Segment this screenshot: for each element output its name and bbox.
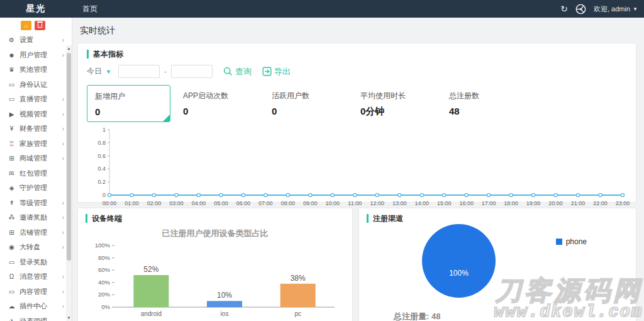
- svg-text:0.2: 0.2: [97, 179, 106, 185]
- shield-icon: ◈: [7, 184, 16, 191]
- query-label: 查询: [235, 66, 252, 77]
- svg-text:10:00: 10:00: [326, 200, 340, 206]
- yen-icon: ¥: [7, 125, 16, 132]
- svg-text:23:00: 23:00: [616, 200, 630, 206]
- svg-text:38%: 38%: [291, 274, 306, 283]
- svg-text:06:00: 06:00: [236, 200, 251, 206]
- wheel-icon: ◉: [7, 244, 16, 251]
- tab-home[interactable]: 首页: [72, 0, 108, 18]
- svg-text:40%: 40%: [98, 279, 111, 286]
- sidebar-item-label: 直播管理: [16, 94, 62, 104]
- sidebar-item-label: 家族管理: [16, 139, 62, 149]
- sidebar-item[interactable]: ◉大转盘›: [0, 240, 72, 255]
- stat-card[interactable]: 总注册数48: [441, 85, 530, 122]
- date-separator: -: [164, 67, 167, 76]
- svg-text:20:00: 20:00: [548, 200, 563, 206]
- page-title: 实时统计: [80, 25, 636, 37]
- sidebar-item[interactable]: ⊞商城管理›: [0, 151, 72, 166]
- svg-text:60%: 60%: [98, 266, 111, 273]
- sidebar-item-label: 守护管理: [16, 183, 68, 193]
- svg-text:1: 1: [103, 127, 106, 133]
- svg-text:10%: 10%: [217, 291, 232, 300]
- svg-text:android: android: [141, 310, 162, 317]
- sidebar-item[interactable]: ✉红包管理: [0, 166, 72, 181]
- sidebar-item[interactable]: ⊞店铺管理›: [0, 225, 72, 240]
- close-tabs-button[interactable]: [35, 21, 45, 30]
- sidebar-item[interactable]: ⁂邀请奖励›: [0, 210, 72, 225]
- svg-text:13:00: 13:00: [392, 200, 407, 206]
- scroll-down-icon[interactable]: ▼: [66, 316, 72, 320]
- sidebar-item-label: 红包管理: [16, 169, 68, 178]
- device-panel: 设备终端 已注册用户使用设备类型占比 0%20%40%60%80%100%52%…: [77, 208, 353, 321]
- date-from-input[interactable]: [118, 65, 160, 78]
- sidebar-item[interactable]: ▭内容管理›: [0, 284, 72, 300]
- sidebar-item[interactable]: ◈守护管理: [0, 181, 72, 196]
- gears-icon: ⚙: [7, 37, 16, 43]
- sidebar-menu: ⚙设置›☻用户管理›♛奖池管理▭身份认证▭直播管理›▶视频管理›¥财务管理›♖家…: [0, 33, 72, 321]
- svg-text:pc: pc: [294, 310, 301, 317]
- monitor-icon: ▭: [7, 81, 16, 88]
- sidebar-item[interactable]: ♛奖池管理: [0, 62, 72, 77]
- svg-text:100%: 100%: [95, 242, 111, 249]
- monitor-icon: ▭: [7, 96, 16, 103]
- app-logo[interactable]: 星光: [0, 3, 72, 14]
- total-registrations: 总注册量: 48: [394, 311, 440, 321]
- cart-icon: ⊞: [7, 155, 16, 162]
- svg-text:03:00: 03:00: [169, 200, 184, 206]
- sidebar-item-label: 身份认证: [16, 80, 68, 89]
- sidebar-item-label: 登录奖励: [16, 257, 68, 267]
- svg-text:01:00: 01:00: [125, 200, 139, 206]
- svg-text:11:00: 11:00: [348, 200, 362, 206]
- svg-text:15:00: 15:00: [437, 200, 452, 206]
- bar-chart-title: 已注册用户使用设备类型占比: [86, 228, 345, 239]
- stat-card[interactable]: 平均使用时长0分钟: [353, 85, 441, 122]
- sidebar-scrollbar[interactable]: ▲ ▼: [66, 45, 72, 321]
- user-menu[interactable]: 欢迎, admin ▼: [594, 4, 638, 14]
- pie-slice-label: 100%: [449, 269, 469, 278]
- refresh-icon[interactable]: ↻: [560, 4, 568, 14]
- date-range-select[interactable]: 今日 ▼: [87, 66, 114, 77]
- scrollbar-thumb[interactable]: [67, 53, 71, 261]
- home-button[interactable]: ⌂: [21, 21, 31, 30]
- sidebar-item-label: 店铺管理: [16, 228, 62, 237]
- sidebar-item[interactable]: ↟等级管理›: [0, 196, 72, 211]
- stat-value: 0分钟: [360, 106, 434, 118]
- scroll-up-icon[interactable]: ▲: [66, 47, 72, 50]
- hourly-line-chart: 00.20.40.60.8100:0001:0002:0003:0004:000…: [87, 125, 627, 211]
- sidebar-item[interactable]: ▶视频管理›: [0, 107, 72, 122]
- avatar-icon[interactable]: [575, 4, 586, 14]
- sidebar-item[interactable]: ✈动态管理: [0, 314, 72, 321]
- plane-icon: ✈: [7, 318, 16, 321]
- register-panel: 注册渠道 100% phone 总注册量: 48: [358, 208, 636, 321]
- svg-text:17:00: 17:00: [482, 200, 496, 206]
- date-to-input[interactable]: [171, 65, 213, 78]
- monitor-icon: ▭: [7, 259, 16, 266]
- sidebar-item[interactable]: ▭直播管理›: [0, 92, 72, 107]
- sidebar-item-label: 视频管理: [16, 110, 62, 119]
- svg-text:18:00: 18:00: [504, 200, 518, 206]
- sidebar-item[interactable]: ♖家族管理›: [0, 137, 72, 152]
- sidebar-item-label: 财务管理: [16, 124, 62, 133]
- stat-card[interactable]: 活跃用户数0: [264, 85, 353, 122]
- sidebar-item[interactable]: ☁插件中心›: [0, 299, 72, 314]
- sidebar-item[interactable]: Ω消息管理›: [0, 269, 72, 284]
- svg-text:07:00: 07:00: [258, 200, 273, 206]
- stat-card[interactable]: 新增用户0: [87, 85, 170, 122]
- legend-swatch: [556, 239, 562, 245]
- sidebar-item-label: 奖池管理: [16, 65, 68, 74]
- stat-card[interactable]: APP启动次数0: [175, 85, 264, 122]
- chevron-down-icon: ▼: [106, 69, 111, 75]
- bell-icon: Ω: [7, 273, 16, 280]
- export-button[interactable]: 导出: [262, 66, 291, 77]
- query-button[interactable]: 查询: [223, 66, 252, 77]
- sidebar-item-label: 动态管理: [16, 317, 68, 321]
- sidebar-item[interactable]: ☻用户管理›: [0, 48, 72, 63]
- sidebar-item[interactable]: ⚙设置›: [0, 33, 72, 48]
- sidebar-item[interactable]: ▭登录奖励: [0, 255, 72, 270]
- svg-text:04:00: 04:00: [192, 200, 206, 206]
- sidebar-item[interactable]: ▭身份认证: [0, 77, 72, 93]
- metrics-panel-header: 基本指标: [87, 50, 627, 59]
- stat-cards-row: 新增用户0APP启动次数0活跃用户数0平均使用时长0分钟总注册数48: [87, 85, 627, 122]
- sidebar-item[interactable]: ¥财务管理›: [0, 121, 72, 137]
- monitor-icon: ▭: [7, 288, 16, 295]
